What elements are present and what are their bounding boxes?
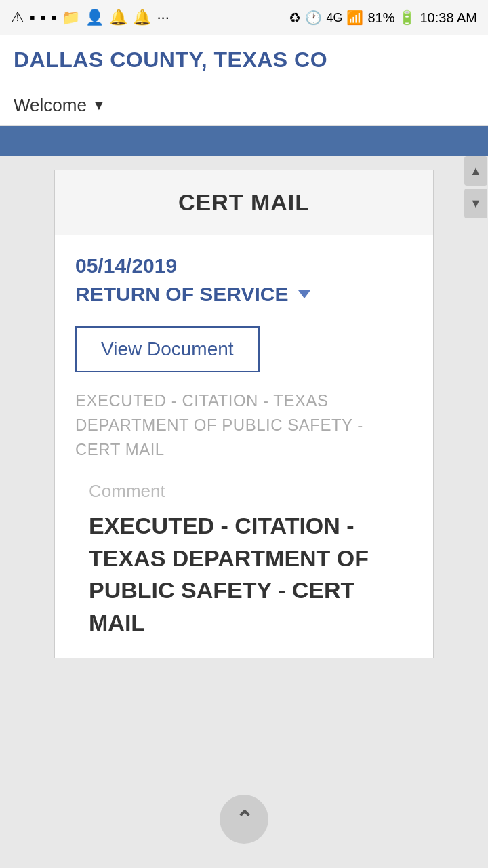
welcome-bar[interactable]: Welcome ▼ bbox=[0, 85, 488, 126]
scroll-top-icon: ⌃ bbox=[235, 806, 253, 832]
battery-text: 81% bbox=[367, 10, 394, 26]
scroll-to-top-button[interactable]: ⌃ bbox=[220, 795, 268, 844]
dots-icon: ··· bbox=[157, 9, 169, 26]
view-document-button[interactable]: View Document bbox=[75, 326, 260, 372]
card-body: 05/14/2019 RETURN OF SERVICE View Docume… bbox=[55, 235, 433, 658]
status-bar-right: ♻ 🕐 4G 📶 81% 🔋 10:38 AM bbox=[289, 9, 477, 26]
card-header: CERT MAIL bbox=[55, 170, 433, 235]
clock-icon: 🕐 bbox=[305, 9, 322, 26]
service-type-dropdown-icon[interactable] bbox=[298, 290, 310, 298]
welcome-dropdown-arrow[interactable]: ▼ bbox=[92, 98, 106, 113]
signal-4g-icon: 4G bbox=[326, 11, 342, 25]
status-bar: ⚠ ▪ ▪ ▪ 📁 👤 🔔 🔔 ··· ♻ 🕐 4G 📶 81% 🔋 10:38… bbox=[0, 0, 488, 35]
app-header: DALLAS COUNTY, TEXAS CO bbox=[0, 35, 488, 85]
folder-icon: 📁 bbox=[62, 9, 80, 26]
nav-bar bbox=[0, 126, 488, 156]
battery-icon: 🔋 bbox=[399, 9, 415, 26]
description-text: EXECUTED - CITATION - TEXAS DEPARTMENT O… bbox=[75, 389, 413, 462]
content-area: CERT MAIL 05/14/2019 RETURN OF SERVICE V… bbox=[0, 156, 488, 868]
status-bar-left: ⚠ ▪ ▪ ▪ 📁 👤 🔔 🔔 ··· bbox=[11, 9, 169, 26]
card-title: CERT MAIL bbox=[75, 189, 413, 216]
square-icon-2: ▪ bbox=[41, 9, 46, 26]
bell-icon-2: 🔔 bbox=[133, 9, 151, 26]
app-title: DALLAS COUNTY, TEXAS CO bbox=[14, 47, 474, 73]
comment-label: Comment bbox=[89, 481, 413, 502]
square-icon-1: ▪ bbox=[30, 9, 35, 26]
warning-icon: ⚠ bbox=[11, 9, 24, 26]
scroll-up-icon: ▲ bbox=[470, 164, 482, 178]
square-icon-3: ▪ bbox=[52, 9, 57, 26]
bell-icon-1: 🔔 bbox=[109, 9, 127, 26]
scroll-up-button[interactable]: ▲ bbox=[464, 156, 487, 186]
person-icon: 👤 bbox=[85, 9, 104, 26]
cert-mail-card: CERT MAIL 05/14/2019 RETURN OF SERVICE V… bbox=[54, 170, 434, 658]
time-display: 10:38 AM bbox=[420, 10, 477, 26]
scroll-down-button[interactable]: ▼ bbox=[464, 189, 487, 218]
comment-text: EXECUTED - CITATION - TEXAS DEPARTMENT O… bbox=[89, 510, 413, 639]
signal-bars-icon: 📶 bbox=[346, 9, 363, 26]
recycle-icon: ♻ bbox=[289, 9, 301, 26]
welcome-label: Welcome bbox=[14, 95, 87, 116]
scroll-down-icon: ▼ bbox=[470, 197, 482, 211]
service-date: 05/14/2019 bbox=[75, 254, 413, 277]
service-type-row[interactable]: RETURN OF SERVICE bbox=[75, 283, 413, 306]
service-type-label: RETURN OF SERVICE bbox=[75, 283, 289, 306]
scrollbar: ▲ ▼ bbox=[464, 156, 488, 224]
